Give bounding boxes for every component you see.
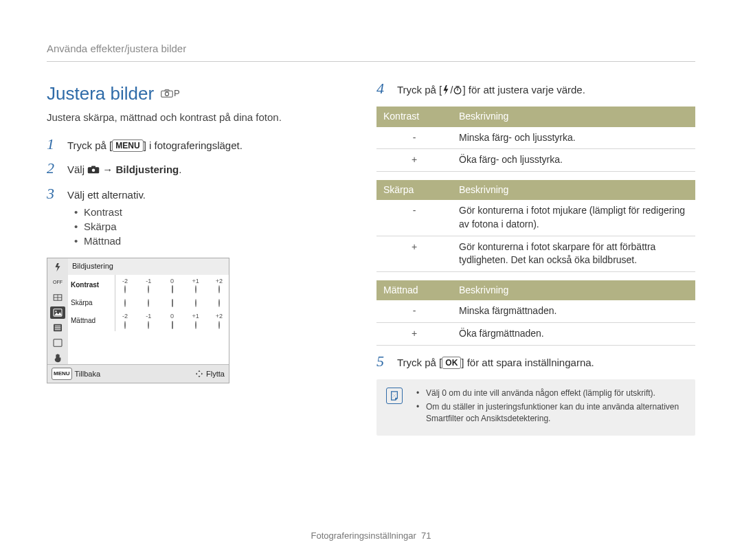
- table-row: Kontrast -2 -1 0 +1 +2: [68, 275, 229, 296]
- table-row: +Öka färgmättnaden.: [376, 322, 695, 345]
- table-row: -Minska färgmättnaden.: [376, 300, 695, 322]
- option-list: Kontrast Skärpa Mättnad: [67, 205, 349, 248]
- table-row: -Minska färg- och ljusstyrka.: [376, 127, 695, 149]
- svg-rect-15: [54, 339, 62, 346]
- table-row: +Öka färg- och ljusstyrka.: [376, 149, 695, 172]
- footer-section: Fotograferingsinställningar: [311, 530, 416, 541]
- footer-page-number: 71: [421, 530, 431, 541]
- menu-button-icon: MENU: [52, 368, 72, 380]
- svg-rect-1: [165, 90, 169, 91]
- camera-ui-main: Bildjustering Kontrast -2 -1 0 +1: [68, 258, 229, 364]
- menu-button-icon: MENU: [112, 139, 143, 152]
- step-4: 4 Tryck på [/] för att justera varje vär…: [376, 81, 695, 98]
- table-row: Mättnad -2 -1 0 +1 +2: [68, 310, 229, 331]
- step-body: Tryck på [/] för att justera varje värde…: [397, 81, 695, 98]
- left-column: Justera bilder P Justera skärpa, mättnad…: [47, 81, 349, 436]
- hand-icon: [50, 352, 65, 364]
- note-list: Välj 0 om du inte vill använda någon eff…: [409, 388, 686, 427]
- camera-ui-table: Kontrast -2 -1 0 +1 +2: [68, 275, 229, 331]
- step-number: 1: [47, 137, 60, 152]
- step-1: 1 Tryck på [MENU] i fotograferingsläget.: [47, 137, 349, 153]
- two-column-layout: Justera bilder P Justera skärpa, mättnad…: [47, 81, 695, 436]
- list-item: Om du ställer in justeringsfunktioner ka…: [419, 401, 686, 425]
- note-icon: [386, 388, 403, 404]
- svg-rect-14: [55, 329, 61, 331]
- table-row: +Gör konturerna i fotot skarpare för att…: [376, 236, 695, 271]
- table-row: -Gör konturerna i fotot mjukare (lämplig…: [376, 200, 695, 236]
- svg-rect-4: [91, 166, 95, 168]
- mode-suffix: P: [174, 87, 180, 100]
- breadcrumb: Använda effekter/justera bilder: [47, 41, 695, 56]
- step-3: 3 Välj ett alternativ. Kontrast Skärpa M…: [47, 186, 349, 248]
- step-5: 5 Tryck på [OK] för att spara inställnin…: [376, 354, 695, 370]
- flash-icon: [442, 84, 450, 98]
- page-title: Justera bilder P: [47, 81, 349, 106]
- manual-page: Använda effekter/justera bilder Justera …: [0, 0, 742, 560]
- step-number: 5: [376, 354, 390, 369]
- image-adjust-icon: [50, 306, 65, 319]
- step-2: 2 Välj → Bildjustering.: [47, 161, 349, 178]
- camera-ui-footer: MENU Tillbaka Flytta: [47, 364, 229, 383]
- step-number: 2: [47, 161, 60, 176]
- svg-point-10: [55, 311, 56, 313]
- list-item: Kontrast: [77, 205, 349, 219]
- note-box: Välj 0 om du inte vill använda någon eff…: [376, 379, 695, 436]
- footer-move: Flytta: [195, 368, 225, 380]
- right-column: 4 Tryck på [/] för att justera varje vär…: [376, 81, 695, 436]
- flash-off-icon: [50, 261, 65, 273]
- step-body: Välj ett alternativ. Kontrast Skärpa Mät…: [67, 186, 349, 248]
- step-body: Tryck på [MENU] i fotograferingsläget.: [67, 137, 349, 153]
- list-item: Mättnad: [77, 234, 349, 248]
- mattnad-table: MättnadBeskrivning -Minska färgmättnaden…: [376, 280, 695, 346]
- move-icon: [195, 370, 203, 378]
- skarpa-table: SkärpaBeskrivning -Gör konturerna i foto…: [376, 180, 695, 272]
- list-item: Skärpa: [77, 219, 349, 234]
- step-number: 4: [376, 81, 390, 96]
- camera-ui-sidebar: OFF: [47, 258, 68, 364]
- svg-point-2: [165, 92, 168, 96]
- camera-ui-header: Bildjustering: [68, 258, 229, 274]
- footer-back: MENU Tillbaka: [52, 368, 100, 380]
- camera-mode-icon: P: [161, 87, 180, 100]
- bracket-icon: [50, 291, 65, 304]
- camera-ui-preview: OFF: [47, 258, 229, 383]
- list-item: Välj 0 om du inte vill använda någon eff…: [419, 388, 686, 399]
- page-footer: Fotograferingsinställningar 71: [0, 530, 742, 542]
- off-label: OFF: [50, 276, 65, 289]
- svg-point-5: [92, 169, 95, 172]
- ok-button-icon: OK: [442, 357, 461, 369]
- svg-rect-13: [55, 328, 61, 329]
- kontrast-table: KontrastBeskrivning -Minska färg- och lj…: [376, 107, 695, 172]
- menu-path-bold: Bildjustering: [116, 164, 179, 175]
- sliders-icon: [50, 322, 65, 334]
- filter-icon: [50, 337, 65, 349]
- timer-icon: [453, 84, 462, 98]
- title-text: Justera bilder: [47, 81, 154, 106]
- step-body: Välj → Bildjustering.: [67, 161, 349, 178]
- step-body: Tryck på [OK] för att spara inställninga…: [397, 354, 695, 370]
- intro-text: Justera skärpa, mättnad och kontrast på …: [47, 110, 349, 124]
- camera-icon: [87, 164, 100, 178]
- step-number: 3: [47, 186, 60, 201]
- svg-rect-12: [55, 326, 61, 327]
- divider: [47, 61, 695, 62]
- table-row: Skärpa: [68, 296, 229, 310]
